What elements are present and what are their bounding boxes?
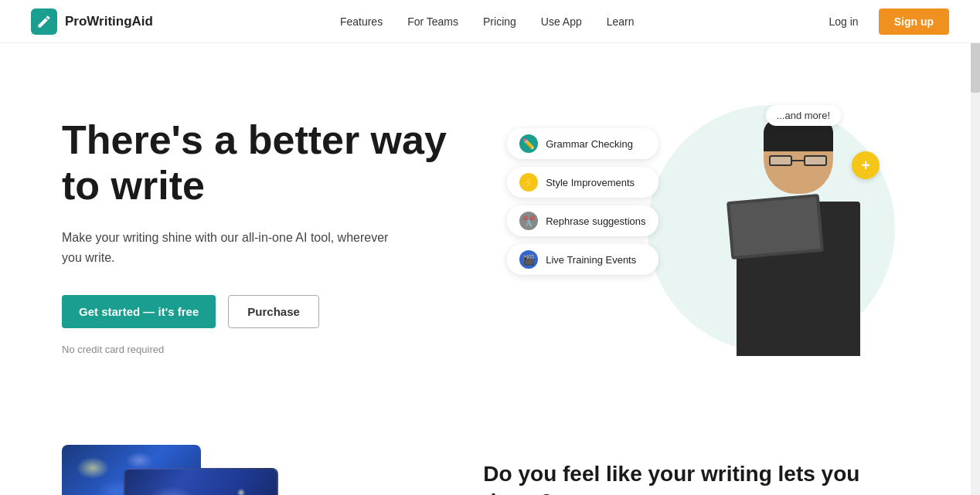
- login-button[interactable]: Log in: [822, 11, 866, 32]
- hero-left: There's a better way to write Make your …: [62, 117, 464, 356]
- rephrase-label: Rephrase suggestions: [546, 215, 645, 227]
- get-started-button[interactable]: Get started — it's free: [62, 295, 216, 328]
- feature-card-rephrase: ✂️ Rephrase suggestions: [507, 205, 658, 236]
- training-label: Live Training Events: [546, 254, 636, 266]
- hero-note: No credit card required: [62, 344, 464, 355]
- scrollbar-track[interactable]: [971, 0, 980, 495]
- section2-left: My idea in my head: [62, 445, 421, 495]
- signup-button[interactable]: Sign up: [879, 8, 949, 35]
- nav-for-teams[interactable]: For Teams: [407, 15, 458, 28]
- section2-title: Do you feel like your writing lets you d…: [483, 460, 918, 495]
- plus-badge: +: [852, 151, 880, 179]
- feature-card-training: 🎬 Live Training Events: [507, 244, 658, 275]
- section2-right: Do you feel like your writing lets you d…: [483, 445, 918, 495]
- nav-pricing[interactable]: Pricing: [483, 15, 516, 28]
- hero-right: ✏️ Grammar Checking ⚡ Style Improvements…: [507, 90, 918, 383]
- painting-front: [124, 468, 278, 495]
- section2: My idea in my head Do you feel like your…: [0, 414, 980, 495]
- grammar-label: Grammar Checking: [546, 138, 633, 150]
- hero-section: There's a better way to write Make your …: [0, 43, 980, 414]
- more-tag: ...and more!: [766, 105, 841, 126]
- rephrase-icon: ✂️: [519, 212, 538, 230]
- grammar-icon: ✏️: [519, 134, 538, 153]
- logo-icon: [31, 8, 57, 35]
- logo-text: ProWritingAid: [65, 14, 153, 29]
- hero-subtitle: Make your writing shine with our all-in-…: [62, 228, 394, 267]
- hero-person-illustration: [721, 101, 876, 356]
- hero-title: There's a better way to write: [62, 117, 464, 210]
- nav-use-app[interactable]: Use App: [541, 15, 582, 28]
- feature-cards-container: ✏️ Grammar Checking ⚡ Style Improvements…: [507, 128, 658, 275]
- purchase-button[interactable]: Purchase: [228, 295, 319, 328]
- nav-learn[interactable]: Learn: [607, 15, 635, 28]
- painting-stack: My idea in my head: [62, 445, 325, 495]
- logo[interactable]: ProWritingAid: [31, 8, 153, 35]
- hero-buttons: Get started — it's free Purchase: [62, 295, 464, 328]
- style-label: Style Improvements: [546, 177, 635, 188]
- navbar-actions: Log in Sign up: [822, 8, 949, 35]
- nav-links: Features For Teams Pricing Use App Learn: [340, 15, 635, 29]
- feature-card-style: ⚡ Style Improvements: [507, 167, 658, 198]
- feature-card-grammar: ✏️ Grammar Checking: [507, 128, 658, 159]
- style-icon: ⚡: [519, 173, 538, 192]
- training-icon: 🎬: [519, 250, 538, 269]
- nav-features[interactable]: Features: [340, 15, 383, 28]
- navbar: ProWritingAid Features For Teams Pricing…: [0, 0, 980, 43]
